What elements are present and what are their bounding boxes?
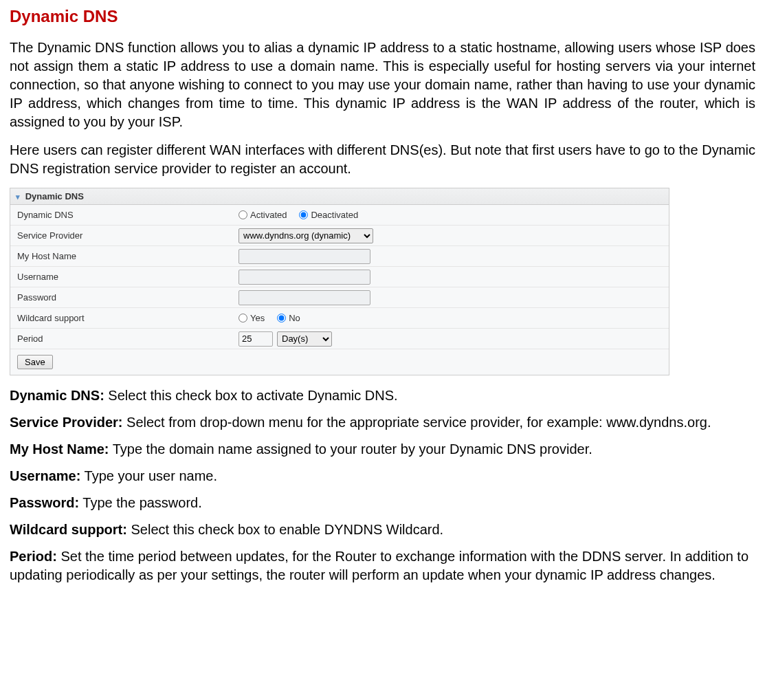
desc-wildcard-label: Wildcard support:: [10, 522, 127, 537]
desc-dynamic-dns-text: Select this check box to activate Dynami…: [104, 388, 398, 403]
row-password: Password: [10, 287, 669, 308]
desc-dynamic-dns: Dynamic DNS: Select this check box to ac…: [10, 386, 755, 405]
label-dynamic-dns: Dynamic DNS: [10, 207, 232, 223]
row-hostname: My Host Name: [10, 246, 669, 267]
ddns-config-panel: Dynamic DNS Dynamic DNS Activated Deacti…: [10, 188, 669, 375]
radio-activated-wrap[interactable]: Activated: [239, 210, 287, 220]
username-input[interactable]: [239, 270, 370, 285]
desc-password-label: Password:: [10, 495, 79, 510]
desc-service-provider-text: Select from drop-down menu for the appro…: [123, 415, 711, 430]
radio-wildcard-yes[interactable]: [239, 314, 247, 322]
row-username: Username: [10, 267, 669, 287]
radio-deactivated-wrap[interactable]: Deactivated: [299, 210, 358, 220]
label-service-provider: Service Provider: [10, 228, 232, 243]
radio-activated-label: Activated: [250, 210, 287, 220]
intro-paragraph-2: Here users can register different WAN in…: [10, 141, 755, 178]
desc-dynamic-dns-label: Dynamic DNS:: [10, 388, 104, 403]
row-period: Period Day(s): [10, 329, 669, 349]
save-row: Save: [10, 349, 669, 375]
hostname-input[interactable]: [239, 249, 370, 264]
desc-service-provider: Service Provider: Select from drop-down …: [10, 413, 755, 432]
desc-period-label: Period:: [10, 549, 57, 564]
desc-wildcard: Wildcard support: Select this check box …: [10, 521, 755, 539]
radio-wildcard-yes-wrap[interactable]: Yes: [239, 313, 265, 323]
period-unit-select[interactable]: Day(s): [277, 331, 332, 347]
radio-wildcard-no[interactable]: [277, 314, 286, 322]
radio-wildcard-no-label: No: [289, 313, 300, 323]
radio-wildcard-yes-label: Yes: [250, 313, 265, 323]
desc-period: Period: Set the time period between upda…: [10, 547, 755, 584]
period-input[interactable]: [239, 331, 273, 347]
desc-period-text: Set the time period between updates, for…: [10, 549, 749, 582]
panel-title: Dynamic DNS: [25, 191, 84, 201]
row-dynamic-dns: Dynamic DNS Activated Deactivated: [10, 205, 669, 226]
label-period: Period: [10, 331, 232, 347]
intro-paragraph-1: The Dynamic DNS function allows you to a…: [10, 39, 755, 131]
desc-hostname: My Host Name: Type the domain name assig…: [10, 440, 755, 459]
label-hostname: My Host Name: [10, 248, 232, 264]
label-wildcard: Wildcard support: [10, 310, 232, 326]
desc-username-text: Type your user name.: [80, 468, 217, 483]
desc-service-provider-label: Service Provider:: [10, 415, 123, 430]
desc-username: Username: Type your user name.: [10, 467, 755, 485]
radio-activated[interactable]: [239, 210, 247, 219]
radio-deactivated[interactable]: [299, 210, 308, 219]
save-button[interactable]: Save: [17, 355, 53, 369]
desc-hostname-text: Type the domain name assigned to your ro…: [109, 441, 592, 457]
label-password: Password: [10, 289, 232, 305]
row-wildcard: Wildcard support Yes No: [10, 308, 669, 329]
desc-password-text: Type the password.: [79, 495, 202, 510]
row-service-provider: Service Provider www.dyndns.org (dynamic…: [10, 226, 669, 246]
radio-deactivated-label: Deactivated: [311, 210, 358, 220]
desc-wildcard-text: Select this check box to enable DYNDNS W…: [127, 522, 443, 537]
radio-wildcard-no-wrap[interactable]: No: [277, 313, 300, 323]
desc-username-label: Username:: [10, 468, 80, 483]
label-username: Username: [10, 269, 232, 285]
page-heading: Dynamic DNS: [10, 7, 755, 26]
panel-header: Dynamic DNS: [10, 188, 669, 205]
password-input[interactable]: [239, 290, 370, 305]
desc-password: Password: Type the password.: [10, 494, 755, 512]
desc-hostname-label: My Host Name:: [10, 441, 109, 457]
service-provider-select[interactable]: www.dyndns.org (dynamic): [239, 228, 373, 243]
